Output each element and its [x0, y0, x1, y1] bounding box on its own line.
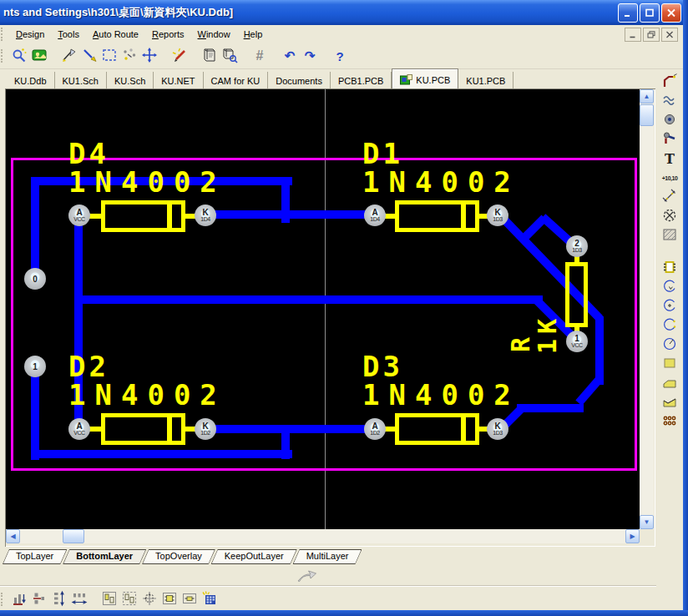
push-to-grid-icon[interactable] — [139, 590, 159, 608]
full-circle-icon[interactable] — [660, 336, 679, 353]
place-single-component-icon[interactable] — [180, 590, 200, 608]
scroll-right-button[interactable]: ▶ — [625, 529, 640, 543]
pad-d4-a[interactable]: AVCC — [68, 204, 90, 226]
split-plane-icon[interactable] — [660, 394, 679, 411]
silk-d3-ref[interactable]: D3 — [362, 354, 403, 379]
pad-r-2[interactable]: 21D3 — [566, 235, 588, 257]
silk-d3-value[interactable]: 1N4002 — [362, 382, 520, 407]
pad-d3-k[interactable]: K1D3 — [487, 418, 508, 440]
silk-d2-value[interactable]: 1N4002 — [68, 382, 226, 407]
zoom-icon[interactable] — [9, 47, 29, 65]
tab-ku-sch[interactable]: KU.Sch — [107, 72, 154, 88]
title-bar[interactable]: nts and Settings\h301\桌面\新資料夾\KU.Ddb] — [0, 0, 688, 25]
resistor-body[interactable] — [565, 262, 588, 327]
tab-pcb1-pcb[interactable]: PCB1.PCB — [331, 72, 392, 88]
arc-center-icon[interactable] — [660, 298, 679, 315]
arc-angle-icon[interactable] — [660, 317, 679, 334]
pad-d1-k[interactable]: K1D3 — [487, 204, 508, 226]
scroll-left-button[interactable]: ◀ — [6, 529, 20, 543]
layer-tab-bottomlayer[interactable]: BottomLayer — [63, 549, 146, 564]
rearrange-icon[interactable] — [119, 47, 139, 65]
grid-icon[interactable]: # — [250, 47, 270, 65]
maximize-button[interactable] — [640, 3, 660, 23]
scroll-down-button[interactable]: ▼ — [640, 515, 654, 529]
knife-icon[interactable] — [59, 47, 79, 65]
vertical-scroll-thumb[interactable] — [640, 104, 654, 126]
trace-segment[interactable] — [517, 404, 584, 412]
vertical-scrollbar[interactable]: ▲ ▼ — [640, 89, 654, 529]
bottombar-grip[interactable] — [1, 593, 7, 606]
help-icon[interactable]: ? — [330, 47, 350, 65]
image-browse-icon[interactable] — [29, 47, 49, 65]
place-string-icon[interactable]: T — [660, 150, 679, 167]
library-search-icon[interactable] — [220, 47, 240, 65]
move-cross-icon[interactable] — [139, 47, 159, 65]
tab-cam-for-ku[interactable]: CAM for KU — [204, 72, 269, 88]
horizontal-scrollbar[interactable]: ◀ ▶ — [6, 529, 640, 543]
tab-ku1-pcb[interactable]: KU1.PCB — [458, 72, 513, 88]
place-fill-hatch-icon[interactable] — [660, 227, 679, 244]
tab-ku-pcb[interactable]: KU.PCB — [392, 68, 458, 88]
distribute-horizontal-icon[interactable] — [69, 590, 89, 608]
menu-design[interactable]: Design — [9, 27, 51, 42]
arrange-room-icon[interactable] — [159, 590, 180, 608]
menu-help[interactable]: Help — [237, 27, 270, 42]
diode-body-d3[interactable] — [395, 413, 479, 445]
distribute-vertical-icon[interactable] — [49, 590, 69, 608]
place-fill-icon[interactable] — [660, 356, 679, 372]
polygon-plane-icon[interactable] — [660, 375, 679, 391]
horizontal-scroll-thumb[interactable] — [63, 529, 84, 543]
pad-array-icon[interactable] — [660, 413, 679, 430]
place-component-icon[interactable] — [660, 260, 679, 276]
align-middle-icon[interactable] — [29, 590, 49, 608]
pcb-canvas[interactable]: D41N4002D11N4002D21N4002D31N4002R1K 01AV… — [6, 89, 640, 529]
pad-d4-k[interactable]: K1D4 — [195, 204, 216, 226]
place-via-icon[interactable] — [660, 131, 679, 148]
place-pad-icon[interactable] — [660, 112, 679, 129]
place-room-icon[interactable] — [660, 208, 679, 225]
silk-d4-value[interactable]: 1N4002 — [68, 169, 226, 194]
place-track-icon[interactable] — [660, 73, 679, 90]
trace-segment[interactable] — [205, 210, 379, 219]
minimize-button[interactable] — [618, 3, 638, 23]
select-rect-icon[interactable] — [99, 47, 119, 65]
tab-ku-ddb[interactable]: KU.Ddb — [7, 72, 55, 88]
menu-window[interactable]: Window — [191, 27, 237, 42]
toolbar-grip[interactable] — [1, 49, 7, 63]
diode-body-d2[interactable] — [101, 413, 185, 445]
tab-ku1-sch[interactable]: KU1.Sch — [55, 72, 107, 88]
wand-icon[interactable] — [169, 47, 190, 65]
silk-d4-ref[interactable]: D4 — [68, 141, 109, 166]
arrange-inside-area-icon[interactable] — [99, 590, 119, 608]
pad-r-1[interactable]: 1VCC — [566, 331, 588, 352]
layer-tab-multilayer[interactable]: MultiLayer — [293, 549, 362, 564]
arc-edge-icon[interactable] — [660, 279, 679, 295]
silk-d1-value[interactable]: 1N4002 — [362, 169, 520, 194]
pad-0[interactable]: 0 — [24, 268, 46, 290]
tab-documents[interactable]: Documents — [268, 72, 331, 88]
pad-d3-a[interactable]: A1D2 — [364, 418, 386, 440]
layer-tab-keepoutlayer[interactable]: KeepOutLayer — [211, 549, 297, 564]
mdi-minimize-button[interactable] — [625, 28, 641, 42]
pad-d2-a[interactable]: AVCC — [68, 418, 90, 440]
align-bottom-icon[interactable] — [9, 590, 29, 608]
trace-segment[interactable] — [31, 177, 39, 279]
menu-auto-route[interactable]: Auto Route — [86, 27, 145, 42]
layer-tab-topoverlay[interactable]: TopOverlay — [142, 549, 215, 564]
silk-r-ref[interactable]: R — [509, 319, 533, 366]
tab-ku-net[interactable]: KU.NET — [154, 72, 203, 88]
update-grid-icon[interactable] — [200, 590, 220, 608]
undo-icon[interactable]: ↶ — [280, 47, 300, 65]
mdi-restore-button[interactable] — [643, 28, 660, 42]
trace-segment[interactable] — [31, 366, 39, 460]
pad-1[interactable]: 1 — [24, 356, 46, 377]
place-dimension-icon[interactable] — [660, 189, 679, 205]
layer-tab-toplayer[interactable]: TopLayer — [3, 549, 67, 564]
trace-segment[interactable] — [78, 295, 543, 304]
close-button[interactable] — [661, 3, 681, 23]
wire-icon[interactable] — [79, 47, 99, 65]
menu-reports[interactable]: Reports — [145, 27, 191, 42]
silk-d2-ref[interactable]: D2 — [68, 354, 109, 379]
mdi-close-button[interactable] — [661, 28, 678, 42]
menu-tools[interactable]: Tools — [51, 27, 86, 42]
